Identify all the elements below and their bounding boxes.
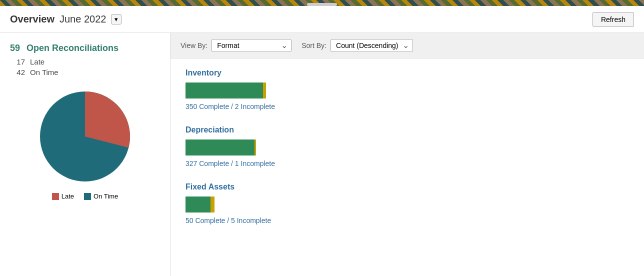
refresh-button[interactable]: Refresh bbox=[592, 12, 634, 27]
fixed-assets-bar-complete bbox=[186, 196, 210, 212]
pie-legend: Late On Time bbox=[52, 192, 118, 200]
header-left: Overview June 2022 ▾ bbox=[10, 14, 122, 25]
inventory-title: Inventory bbox=[186, 68, 629, 78]
chart-item-inventory: Inventory 350 Complete / 2 Incomplete bbox=[186, 68, 629, 110]
ontime-legend-label: On Time bbox=[94, 192, 118, 200]
top-banner bbox=[0, 0, 644, 6]
chart-item-depreciation: Depreciation 327 Complete / 1 Incomplete bbox=[186, 126, 629, 168]
sort-by-select-wrapper: Count (Descending) Count (Ascending) Alp… bbox=[330, 39, 413, 52]
chart-item-fixed-assets: Fixed Assets 50 Complete / 5 Incomplete bbox=[186, 182, 629, 224]
view-by-select-wrapper: Format Category Owner bbox=[212, 39, 292, 52]
view-by-select[interactable]: Format Category Owner bbox=[212, 39, 292, 52]
toolbar: View By: Format Category Owner Sort By: … bbox=[170, 33, 644, 58]
depreciation-bar-complete bbox=[186, 140, 254, 156]
inventory-bar bbox=[186, 82, 629, 100]
ontime-number: 42 bbox=[10, 68, 25, 76]
pie-chart bbox=[35, 86, 135, 186]
fixed-assets-title: Fixed Assets bbox=[186, 182, 629, 192]
stat-row-ontime: 42 On Time bbox=[10, 68, 160, 76]
view-by-group: View By: Format Category Owner bbox=[180, 39, 292, 52]
legend-item-late: Late bbox=[52, 192, 74, 200]
fixed-assets-bar bbox=[186, 196, 629, 214]
late-number: 17 bbox=[10, 58, 25, 66]
open-rec-number: 59 bbox=[10, 43, 20, 53]
inventory-stats: 350 Complete / 2 Incomplete bbox=[186, 102, 629, 110]
view-by-label: View By: bbox=[180, 42, 208, 50]
stat-row-late: 17 Late bbox=[10, 58, 160, 66]
sort-by-group: Sort By: Count (Descending) Count (Ascen… bbox=[302, 39, 413, 52]
main-content: 59 Open Reconciliations 17 Late 42 On Ti… bbox=[0, 33, 644, 276]
ontime-legend-color bbox=[84, 193, 91, 200]
chart-list: Inventory 350 Complete / 2 Incomplete De… bbox=[170, 58, 644, 250]
late-label: Late bbox=[30, 58, 44, 66]
late-legend-label: Late bbox=[62, 192, 74, 200]
legend-item-ontime: On Time bbox=[84, 192, 118, 200]
late-legend-color bbox=[52, 193, 59, 200]
depreciation-stats: 327 Complete / 1 Incomplete bbox=[186, 160, 629, 168]
inventory-bar-complete bbox=[186, 82, 263, 98]
pie-container: Late On Time bbox=[10, 86, 160, 200]
fixed-assets-bar-incomplete bbox=[210, 196, 214, 212]
page-title: Overview bbox=[10, 14, 54, 25]
ontime-label: On Time bbox=[30, 68, 58, 76]
month-dropdown-btn[interactable]: ▾ bbox=[111, 14, 122, 24]
open-rec-header: 59 Open Reconciliations bbox=[10, 43, 160, 54]
open-rec-label: Open Reconciliations bbox=[26, 43, 118, 53]
depreciation-title: Depreciation bbox=[186, 126, 629, 134]
left-panel: 59 Open Reconciliations 17 Late 42 On Ti… bbox=[0, 33, 170, 276]
sort-by-select[interactable]: Count (Descending) Count (Ascending) Alp… bbox=[330, 39, 413, 52]
header-month: June 2022 bbox=[60, 14, 106, 25]
right-panel[interactable]: View By: Format Category Owner Sort By: … bbox=[170, 33, 644, 276]
sort-by-label: Sort By: bbox=[302, 42, 326, 50]
header: Overview June 2022 ▾ Refresh bbox=[0, 6, 644, 33]
fixed-assets-stats: 50 Complete / 5 Incomplete bbox=[186, 216, 629, 224]
inventory-bar-incomplete bbox=[263, 82, 266, 98]
depreciation-bar bbox=[186, 138, 629, 156]
depreciation-bar-incomplete bbox=[254, 140, 256, 156]
